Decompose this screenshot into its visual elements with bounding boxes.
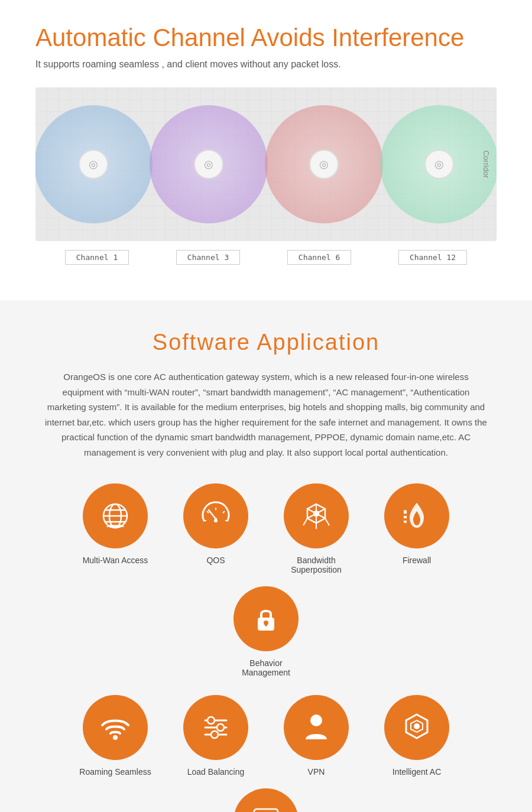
ap-device-2 (194, 150, 223, 179)
ap-device-1 (79, 150, 108, 179)
vpn-label: VPN (308, 767, 325, 777)
svg-line-22 (325, 518, 329, 525)
features-grid-row2: Roaming Seamless Load Balancing (35, 695, 497, 812)
channel-label-3: Channel 3 (176, 250, 240, 265)
globe-icon (98, 498, 133, 534)
channel-label-6: Channel 6 (287, 250, 351, 265)
wifi-icon (98, 710, 133, 745)
channel-subtitle: It supports roaming seamless , and clien… (35, 59, 497, 70)
channel-cell-1 (35, 150, 151, 179)
hexagon-icon (399, 710, 434, 745)
person-icon (299, 710, 334, 745)
behavior-label: Behavior Management (225, 658, 307, 677)
feature-multi-wan: Multi-Wan Access (74, 483, 157, 574)
lock-icon (248, 601, 284, 636)
local-auth-icon-circle (233, 788, 299, 812)
feature-roaming: Roaming Seamless (74, 695, 157, 777)
multi-wan-icon-circle (83, 483, 148, 548)
feature-local-auth: Local Authentication (225, 788, 307, 812)
svg-rect-28 (265, 623, 267, 626)
svg-point-29 (113, 735, 118, 740)
svg-point-35 (211, 731, 218, 738)
svg-line-8 (209, 510, 216, 519)
software-title: Software Application (35, 330, 497, 355)
channel-cell-2 (151, 150, 266, 179)
svg-rect-23 (404, 510, 407, 523)
channel-labels: Channel 1 Channel 3 Channel 6 Channel 12 (35, 250, 497, 265)
svg-point-33 (217, 724, 224, 731)
feature-qos: QOS (174, 483, 257, 574)
ap-device-4 (424, 150, 454, 179)
feature-firewall: Firewall (375, 483, 458, 574)
channel-section: Automatic Channel Avoids Interference It… (0, 0, 532, 277)
features-grid-row1: Multi-Wan Access QOS (35, 483, 497, 677)
svg-point-39 (414, 723, 420, 729)
feature-behavior: Behavior Management (225, 586, 307, 677)
intelligent-label: Intelligent AC (392, 767, 442, 777)
roaming-label: Roaming Seamless (79, 767, 151, 777)
svg-rect-40 (254, 809, 278, 812)
bandwidth-icon-circle (284, 483, 349, 548)
multi-wan-label: Multi-Wan Access (83, 556, 148, 565)
svg-line-13 (207, 511, 209, 513)
qos-label: QOS (206, 556, 225, 565)
channel-illustration: Corridor (35, 87, 497, 241)
sliders-icon (198, 710, 233, 745)
qos-icon-circle (183, 483, 248, 548)
fire-icon (399, 498, 434, 534)
speedometer-icon (198, 498, 233, 534)
svg-point-31 (207, 717, 215, 724)
channel-label-12: Channel 12 (398, 250, 467, 265)
load-icon-circle (183, 695, 248, 760)
web-icon (299, 498, 334, 534)
feature-vpn: VPN (275, 695, 358, 777)
intelligent-icon-circle (384, 695, 449, 760)
corridor-label: Corridor (482, 151, 491, 178)
chart-icon (248, 803, 284, 812)
svg-rect-24 (404, 514, 407, 516)
feature-intelligent: Intelligent AC (375, 695, 458, 777)
ap-device-3 (309, 150, 339, 179)
svg-point-9 (215, 518, 217, 520)
roaming-icon-circle (83, 695, 148, 760)
feature-bandwidth: Bandwidth Superposition (275, 483, 358, 574)
firewall-icon-circle (384, 483, 449, 548)
channel-cell-3 (266, 150, 381, 179)
feature-load: Load Balancing (174, 695, 257, 777)
svg-line-14 (223, 511, 225, 513)
svg-rect-6 (106, 526, 124, 527)
channel-label-1: Channel 1 (65, 250, 129, 265)
software-section: Software Application OrangeOS is one cor… (0, 300, 532, 812)
behavior-icon-circle (233, 586, 299, 651)
firewall-label: Firewall (403, 556, 431, 565)
channel-cell-4 (381, 150, 497, 179)
svg-point-36 (310, 714, 322, 726)
channel-title: Automatic Channel Avoids Interference (35, 24, 497, 52)
software-description: OrangeOS is one core AC authentication g… (44, 369, 488, 460)
bandwidth-label: Bandwidth Superposition (275, 556, 358, 574)
svg-line-21 (303, 518, 307, 525)
vpn-icon-circle (284, 695, 349, 760)
svg-rect-25 (404, 518, 407, 521)
load-label: Load Balancing (187, 767, 245, 777)
